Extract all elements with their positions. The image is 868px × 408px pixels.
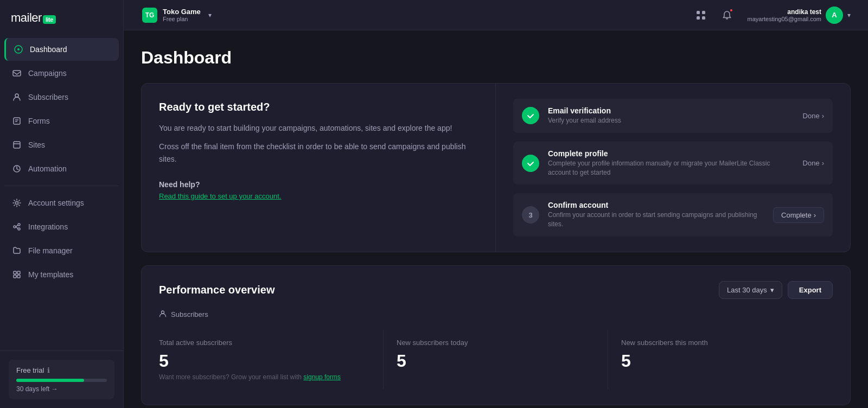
sidebar-item-forms-label: Forms [28, 117, 50, 125]
svg-rect-17 [17, 271, 20, 274]
topbar-right: andika test mayartesting05@gmail.com A ▾ [691, 4, 856, 26]
sidebar-item-sites[interactable]: Sites [4, 133, 119, 156]
sidebar-item-automation[interactable]: Automation [4, 157, 119, 180]
notifications-button[interactable] [717, 5, 737, 25]
getting-started-desc2: Cross off the final item from the checkl… [159, 141, 478, 165]
svg-point-12 [18, 224, 20, 226]
check-pending-icon: 3 [522, 206, 539, 224]
checklist-done-action-1[interactable]: Done › [803, 112, 824, 120]
checklist-item-info: Email verification Verify your email add… [548, 106, 794, 125]
complete-button[interactable]: Complete › [773, 207, 824, 223]
svg-rect-21 [702, 11, 705, 14]
user-email: mayartesting05@gmail.com [748, 16, 822, 22]
progress-bar-fill [16, 379, 84, 382]
check-done-icon-2 [522, 155, 539, 172]
svg-rect-2 [13, 71, 21, 76]
automation-icon [12, 164, 22, 174]
help-link[interactable]: Read this guide to set up your account. [159, 192, 281, 200]
complete-button-label: Complete [781, 211, 812, 219]
user-area[interactable]: andika test mayartesting05@gmail.com A ▾ [743, 4, 856, 26]
time-filter-dropdown[interactable]: Last 30 days ▾ [719, 281, 782, 299]
stat-month-label: New subscribers this month [621, 339, 833, 347]
getting-started-left: Ready to get started? You are ready to s… [142, 84, 496, 252]
checklist-item-info-2: Complete profile Complete your profile i… [548, 149, 794, 177]
svg-point-10 [16, 202, 18, 205]
stat-total-label: Total active subscribers [159, 339, 370, 347]
export-button[interactable]: Export [788, 281, 833, 299]
stat-note-prefix: Want more subscribers? Grow your email l… [159, 373, 303, 381]
sidebar-item-integrations[interactable]: Integrations [4, 215, 119, 238]
stat-month-value: 5 [621, 351, 833, 371]
campaigns-icon [12, 68, 22, 78]
chevron-right-icon-3: › [814, 211, 816, 219]
sidebar-item-my-templates[interactable]: My templates [4, 263, 119, 286]
checklist-done-action-2[interactable]: Done › [803, 159, 824, 167]
checklist-action-label: Done [803, 112, 820, 120]
svg-point-3 [15, 94, 18, 97]
stat-today-label: New subscribers today [397, 339, 595, 347]
checklist-item-title-2: Complete profile [548, 149, 794, 158]
getting-started-title: Ready to get started? [159, 101, 478, 113]
sidebar-item-file-manager-label: File manager [28, 246, 73, 255]
svg-point-11 [14, 226, 16, 228]
sidebar-item-file-manager[interactable]: File manager [4, 239, 119, 262]
checklist-item-title: Email verification [548, 106, 794, 115]
stat-new-today: New subscribers today 5 [384, 330, 608, 390]
logo-main-text: mailer [11, 11, 42, 24]
workspace-name: Toko Game [163, 8, 201, 16]
performance-header: Performance overview Last 30 days ▾ Expo… [159, 281, 833, 299]
sidebar-bottom: Free trial ℹ 30 days left → [0, 350, 123, 408]
getting-started-right: Email verification Verify your email add… [496, 84, 850, 252]
subscribers-section-icon [159, 310, 167, 319]
svg-rect-4 [14, 118, 20, 124]
user-name: andika test [748, 8, 822, 16]
sidebar-item-campaigns-label: Campaigns [28, 69, 67, 78]
file-manager-icon [12, 246, 22, 256]
account-settings-icon [12, 198, 22, 208]
sidebar-item-account-settings[interactable]: Account settings [4, 192, 119, 214]
stat-total-note: Want more subscribers? Grow your email l… [159, 373, 370, 381]
svg-line-15 [16, 227, 18, 228]
checklist-item-desc-3: Confirm your account in order to start s… [548, 211, 764, 229]
workspace-selector[interactable]: TG Toko Game Free plan ▾ [137, 4, 217, 26]
my-templates-icon [12, 270, 22, 279]
chevron-right-icon-2: › [822, 159, 824, 167]
sidebar-item-sites-label: Sites [28, 141, 45, 149]
days-left[interactable]: 30 days left → [16, 385, 107, 393]
page-title: Dashboard [141, 48, 851, 68]
notification-dot [729, 8, 733, 12]
apps-button[interactable] [691, 5, 711, 25]
sidebar-item-dashboard[interactable]: Dashboard [4, 38, 119, 61]
nav-divider [4, 186, 119, 186]
svg-point-24 [162, 311, 164, 314]
checklist-item-desc: Verify your email address [548, 116, 794, 125]
chevron-down-icon: ▾ [208, 11, 212, 19]
svg-rect-19 [17, 275, 20, 278]
user-chevron-icon: ▾ [847, 11, 851, 19]
sidebar-item-forms[interactable]: Forms [4, 110, 119, 132]
sidebar-item-subscribers-label: Subscribers [28, 93, 68, 101]
svg-point-13 [18, 228, 20, 230]
integrations-icon [12, 222, 22, 232]
free-trial-label: Free trial [16, 366, 44, 374]
svg-rect-22 [697, 16, 700, 20]
free-trial-box: Free trial ℹ 30 days left → [9, 360, 114, 399]
user-info: andika test mayartesting05@gmail.com [748, 8, 822, 22]
workspace-info: Toko Game Free plan [163, 8, 201, 23]
sidebar-item-subscribers[interactable]: Subscribers [4, 86, 119, 109]
workspace-icon: TG [142, 8, 157, 23]
sidebar-item-account-settings-label: Account settings [28, 199, 84, 207]
signup-forms-link[interactable]: signup forms [303, 373, 341, 381]
sidebar-item-my-templates-label: My templates [28, 270, 73, 279]
svg-point-1 [17, 48, 20, 50]
topbar: TG Toko Game Free plan ▾ [124, 0, 868, 30]
stat-total-value: 5 [159, 351, 370, 371]
free-trial-header: Free trial ℹ [16, 366, 107, 374]
checklist-item-email-verification: Email verification Verify your email add… [513, 99, 833, 133]
svg-rect-20 [697, 11, 700, 14]
sidebar-item-integrations-label: Integrations [28, 222, 68, 231]
performance-controls: Last 30 days ▾ Export [719, 281, 833, 299]
checklist-item-confirm-account: 3 Confirm account Confirm your account i… [513, 193, 833, 237]
subscribers-section-label: Subscribers [159, 310, 833, 319]
sidebar-item-campaigns[interactable]: Campaigns [4, 62, 119, 85]
